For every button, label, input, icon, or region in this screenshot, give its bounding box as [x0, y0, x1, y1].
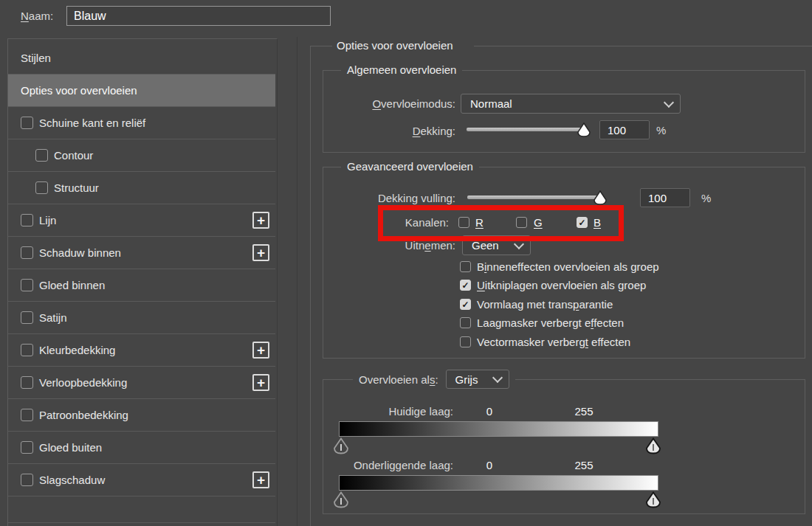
name-label: Naam:	[21, 10, 53, 22]
underlying-layer-label: Onderliggende laag:	[323, 459, 453, 471]
sidebar-item-gloed-buiten[interactable]: Gloed buiten	[8, 432, 275, 464]
plus-icon: +	[257, 213, 265, 227]
blend-if-group: Overvloeien als: Grijs Huidige laag: 0 2…	[323, 379, 805, 514]
this-layer-min: 0	[475, 405, 504, 418]
checkbox[interactable]	[21, 246, 33, 259]
checkbox[interactable]: ✓	[460, 299, 471, 310]
chevron-down-icon	[664, 97, 674, 107]
this-layer-label: Huidige laag:	[323, 405, 453, 418]
option-layer-mask-hides[interactable]: Laagmasker verbergt effecten	[460, 316, 624, 329]
general-blending-group: Algemeen overvloeien Overvloeimodus: Nor…	[323, 70, 805, 153]
blend-mode-select[interactable]: Normaal	[461, 94, 681, 114]
option-transparency-shapes[interactable]: ✓ Vormlaag met transparantie	[460, 298, 613, 311]
checkbox[interactable]	[460, 317, 471, 328]
underlying-layer-max: 255	[569, 459, 599, 471]
option-label: Vectormasker verbergt effecten	[477, 336, 630, 348]
name-input[interactable]	[66, 6, 331, 26]
add-effect-button[interactable]: +	[252, 342, 269, 359]
plus-icon: +	[257, 246, 265, 260]
check-icon: ✓	[461, 300, 469, 309]
fill-opacity-label: Dekking vulling:	[323, 192, 455, 204]
this-layer-white-slider-thumb[interactable]	[645, 437, 661, 454]
plus-icon: +	[257, 343, 265, 357]
underlying-layer-black-slider-thumb[interactable]	[333, 491, 349, 508]
add-effect-button[interactable]: +	[252, 212, 269, 229]
underlying-layer-min: 0	[475, 459, 504, 471]
sidebar-item-schaduw-binnen[interactable]: Schaduw binnen+	[8, 237, 275, 269]
check-icon: ✓	[461, 281, 469, 290]
sidebar-item-verloopbedekking[interactable]: Verloopbedekking+	[8, 367, 275, 399]
option-label: Uitkniplagen overvloeien als groep	[477, 279, 646, 291]
fill-opacity-percent-label: %	[701, 192, 711, 204]
this-layer-black-slider-thumb[interactable]	[333, 437, 349, 454]
checkbox[interactable]	[35, 181, 48, 194]
blend-options-title: Opties voor overvloeien	[334, 39, 456, 52]
plus-icon: +	[257, 473, 265, 487]
plus-icon: +	[257, 376, 265, 390]
checkbox[interactable]	[21, 441, 33, 454]
opacity-input[interactable]	[599, 120, 650, 139]
checkbox[interactable]	[21, 214, 33, 226]
sidebar-item-contour[interactable]: Contour	[8, 139, 275, 172]
sidebar-item-lijn[interactable]: Lijn+	[8, 204, 275, 237]
styles-panel: Stijlen Opties voor overvloeien Schuine …	[7, 38, 278, 526]
highlight-box	[378, 205, 624, 241]
general-blending-legend: Algemeen overvloeien	[341, 63, 462, 76]
sidebar-item-gloed-binnen[interactable]: Gloed binnen	[8, 269, 275, 302]
fill-opacity-input[interactable]	[640, 188, 690, 207]
checkbox[interactable]	[21, 376, 33, 389]
opacity-percent-label: %	[656, 124, 666, 136]
fill-opacity-slider-track[interactable]	[467, 195, 599, 199]
sidebar-item-schuine-kant[interactable]: Schuine kant en reliëf	[8, 107, 275, 139]
option-blend-clipped[interactable]: ✓ Uitkniplagen overvloeien als groep	[460, 279, 646, 291]
add-effect-button[interactable]: +	[252, 244, 269, 261]
add-effect-button[interactable]: +	[252, 471, 269, 488]
this-layer-max: 255	[569, 405, 599, 418]
opacity-slider-track[interactable]	[467, 128, 585, 131]
checkbox[interactable]	[35, 149, 48, 162]
legend-line-right	[474, 46, 812, 46]
fill-opacity-slider-thumb[interactable]	[593, 190, 607, 205]
blend-if-label: Overvloeien als:	[359, 373, 438, 386]
sidebar-item-patroonbedekking[interactable]: Patroonbedekking	[8, 399, 275, 432]
checkbox[interactable]	[460, 261, 471, 272]
checkbox[interactable]: ✓	[460, 280, 471, 291]
option-label: Binneneffecten overvloeien als groep	[477, 260, 659, 273]
chevron-down-icon	[492, 373, 502, 383]
checkbox[interactable]	[21, 279, 33, 291]
option-label: Laagmasker verbergt effecten	[477, 316, 624, 329]
opacity-slider-thumb[interactable]	[577, 122, 591, 137]
underlying-layer-white-slider-thumb[interactable]	[645, 491, 661, 508]
add-effect-button[interactable]: +	[252, 374, 269, 391]
sidebar-item-kleurbedekking[interactable]: Kleurbedekking+	[8, 334, 275, 367]
checkbox[interactable]	[21, 311, 33, 324]
sidebar-item-opties-voor-overvloeien[interactable]: Opties voor overvloeien	[8, 75, 275, 107]
checkbox[interactable]	[460, 336, 471, 347]
layer-style-dialog: Naam: Stijlen Opties voor overvloeien Sc…	[0, 0, 812, 526]
advanced-blending-group: Geavanceerd overvloeien Dekking vulling:…	[323, 167, 805, 359]
sidebar-empty-row	[8, 496, 275, 523]
sidebar-item-stijlen[interactable]: Stijlen	[8, 42, 275, 75]
checkbox[interactable]	[21, 117, 33, 129]
checkbox[interactable]	[21, 409, 33, 421]
sidebar-item-slagschaduw[interactable]: Slagschaduw+	[8, 464, 275, 496]
checkbox[interactable]	[21, 344, 33, 356]
panel-divider	[297, 37, 297, 526]
blend-options-group-border	[310, 46, 311, 526]
opacity-label: Dekking:	[323, 125, 455, 137]
blend-mode-label: Overvloeimodus:	[323, 97, 455, 110]
sidebar-item-structuur[interactable]: Structuur	[8, 172, 275, 204]
sidebar-item-satijn[interactable]: Satijn	[8, 302, 275, 334]
option-label: Vormlaag met transparantie	[477, 298, 613, 311]
this-layer-gradient-bar	[339, 421, 658, 437]
option-blend-interior[interactable]: Binneneffecten overvloeien als groep	[460, 260, 659, 273]
underlying-layer-gradient-bar	[339, 475, 658, 491]
blend-if-select[interactable]: Grijs	[446, 370, 509, 389]
checkbox[interactable]	[21, 474, 33, 486]
blend-if-legend: Overvloeien als: Grijs	[353, 370, 515, 389]
option-vector-mask-hides[interactable]: Vectormasker verbergt effecten	[460, 336, 630, 348]
legend-line-left	[310, 46, 332, 46]
advanced-blending-legend: Geavanceerd overvloeien	[341, 160, 479, 173]
